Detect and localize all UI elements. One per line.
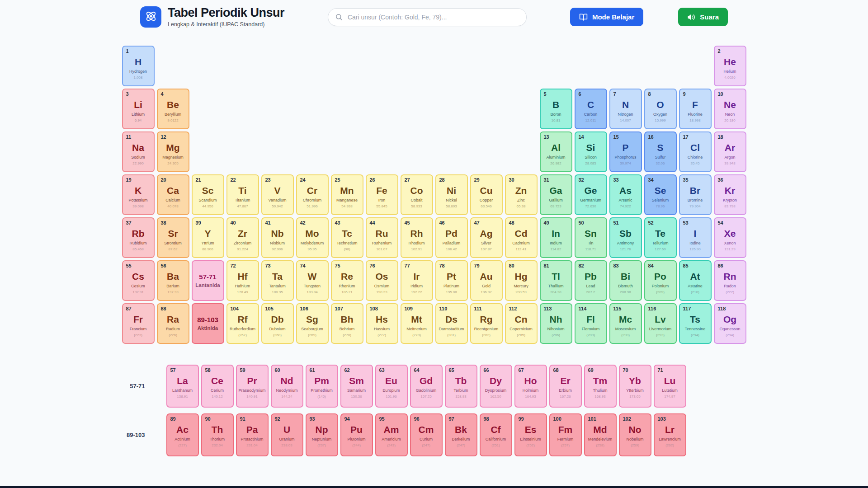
element-tile-Tc[interactable]: 43TcTechnetium(98) <box>331 217 363 258</box>
element-tile-Lr[interactable]: 103LrLawrencium(262) <box>654 413 686 456</box>
element-tile-Es[interactable]: 99EsEinsteinium(252) <box>514 413 547 456</box>
element-tile-Kr[interactable]: 36KrKrypton83.798 <box>714 174 746 215</box>
element-tile-Sn[interactable]: 50SnTin118.71 <box>575 217 607 258</box>
element-tile-Po[interactable]: 84PoPolonium(209) <box>644 260 677 301</box>
element-tile-Fm[interactable]: 100FmFermium(257) <box>549 413 582 456</box>
element-tile-Au[interactable]: 79AuGold196.97 <box>470 260 503 301</box>
element-tile-Ti[interactable]: 22TiTitanium47.867 <box>226 174 259 215</box>
element-tile-Fe[interactable]: 26FeIron55.845 <box>366 174 398 215</box>
element-tile-Gd[interactable]: 64GdGadolinium157.25 <box>410 365 443 408</box>
element-tile-Te[interactable]: 52TeTellurium127.60 <box>644 217 677 258</box>
element-tile-Pt[interactable]: 78PtPlatinum195.08 <box>435 260 468 301</box>
element-tile-In[interactable]: 49InIndium114.82 <box>540 217 572 258</box>
element-tile-Rn[interactable]: 86RnRadon(222) <box>714 260 746 301</box>
search-box[interactable] <box>328 8 527 26</box>
element-tile-Pa[interactable]: 91PaProtactinium231.04 <box>236 413 269 456</box>
element-tile-Mn[interactable]: 25MnManganese54.938 <box>331 174 363 215</box>
element-tile-Eu[interactable]: 63EuEuropium151.96 <box>375 365 408 408</box>
element-tile-Cs[interactable]: 55CsCesium132.91 <box>122 260 155 301</box>
element-tile-K[interactable]: 19KPotassium39.098 <box>122 174 155 215</box>
element-tile-Li[interactable]: 3LiLithium6.94 <box>122 89 155 129</box>
element-tile-Mg[interactable]: 12MgMagnesium24.305 <box>157 131 189 172</box>
element-tile-Bk[interactable]: 97BkBerkelium(247) <box>445 413 477 456</box>
element-tile-La[interactable]: 57LaLanthanum138.91 <box>166 365 199 408</box>
element-tile-Ce[interactable]: 58CeCerium140.12 <box>201 365 234 408</box>
element-tile-Be[interactable]: 4BeBeryllium9.0122 <box>157 89 189 129</box>
element-tile-Nd[interactable]: 60NdNeodymium144.24 <box>271 365 303 408</box>
element-tile-Cm[interactable]: 96CmCurium(247) <box>410 413 443 456</box>
element-tile-Tm[interactable]: 69TmThulium168.93 <box>584 365 617 408</box>
element-tile-Mc[interactable]: 115McMoscovium(290) <box>609 303 642 344</box>
element-tile-Ba[interactable]: 56BaBarium137.33 <box>157 260 189 301</box>
element-tile-P[interactable]: 15PPhosphorus30.974 <box>609 131 642 172</box>
element-tile-N[interactable]: 7NNitrogen14.007 <box>609 89 642 129</box>
element-tile-Lv[interactable]: 116LvLivermorium(293) <box>644 303 677 344</box>
element-tile-Pu[interactable]: 94PuPlutonium(244) <box>340 413 373 456</box>
element-tile-Fr[interactable]: 87FrFrancium(223) <box>122 303 155 344</box>
element-tile-Os[interactable]: 76OsOsmium190.23 <box>366 260 398 301</box>
element-tile-Pm[interactable]: 61PmPromethium(145) <box>306 365 338 408</box>
element-tile-Tb[interactable]: 65TbTerbium158.93 <box>445 365 477 408</box>
element-tile-V[interactable]: 23VVanadium50.942 <box>261 174 294 215</box>
element-tile-He[interactable]: 2HeHelium4.0026 <box>714 46 746 86</box>
element-tile-Ni[interactable]: 28NiNickel58.693 <box>435 174 468 215</box>
element-tile-B[interactable]: 5BBoron10.81 <box>540 89 572 129</box>
element-tile-Sg[interactable]: 106SgSeaborgium(269) <box>296 303 329 344</box>
element-tile-Na[interactable]: 11NaSodium22.990 <box>122 131 155 172</box>
element-tile-Bi[interactable]: 83BiBismuth208.98 <box>609 260 642 301</box>
element-tile-Np[interactable]: 93NpNeptunium(237) <box>306 413 338 456</box>
element-tile-Bh[interactable]: 107BhBohrium(270) <box>331 303 363 344</box>
element-tile-F[interactable]: 9FFluorine18.998 <box>679 89 712 129</box>
element-tile-O[interactable]: 8OOxygen15.999 <box>644 89 677 129</box>
element-tile-Yb[interactable]: 70YbYtterbium173.05 <box>619 365 651 408</box>
element-tile-U[interactable]: 92UUranium238.03 <box>271 413 303 456</box>
element-tile-At[interactable]: 85AtAstatine(210) <box>679 260 712 301</box>
element-tile-Pr[interactable]: 59PrPraseodymium140.91 <box>236 365 269 408</box>
element-tile-Cr[interactable]: 24CrChromium51.996 <box>296 174 329 215</box>
element-tile-Am[interactable]: 95AmAmericium(243) <box>375 413 408 456</box>
element-tile-Y[interactable]: 39YYttrium88.906 <box>192 217 224 258</box>
element-tile-Hs[interactable]: 108HsHassium(277) <box>366 303 398 344</box>
element-tile-Er[interactable]: 68ErErbium167.26 <box>549 365 582 408</box>
element-tile-Pb[interactable]: 82PbLead207.2 <box>575 260 607 301</box>
element-tile-Ge[interactable]: 32GeGermanium72.630 <box>575 174 607 215</box>
element-tile-Lu[interactable]: 71LuLutetium174.97 <box>654 365 686 408</box>
element-tile-Ho[interactable]: 67HoHolmium164.93 <box>514 365 547 408</box>
element-tile-Ar[interactable]: 18ArArgon39.948 <box>714 131 746 172</box>
element-tile-Ca[interactable]: 20CaCalcium40.078 <box>157 174 189 215</box>
element-tile-Ta[interactable]: 73TaTantalum180.95 <box>261 260 294 301</box>
element-tile-Hg[interactable]: 80HgMercury200.59 <box>505 260 538 301</box>
element-tile-Nb[interactable]: 41NbNiobium92.906 <box>261 217 294 258</box>
element-tile-Sm[interactable]: 62SmSamarium150.36 <box>340 365 373 408</box>
element-tile-Rb[interactable]: 37RbRubidium85.468 <box>122 217 155 258</box>
element-tile-I[interactable]: 53IIodine126.90 <box>679 217 712 258</box>
element-tile-As[interactable]: 33AsArsenic74.922 <box>609 174 642 215</box>
element-tile-Se[interactable]: 34SeSelenium78.96 <box>644 174 677 215</box>
element-tile-Al[interactable]: 13AlAluminium26.982 <box>540 131 572 172</box>
element-tile-Cu[interactable]: 29CuCopper63.546 <box>470 174 503 215</box>
element-tile-Co[interactable]: 27CoCobalt58.933 <box>401 174 433 215</box>
element-tile-Th[interactable]: 90ThThorium232.04 <box>201 413 234 456</box>
element-tile-Si[interactable]: 14SiSilicon28.085 <box>575 131 607 172</box>
suara-button[interactable]: Suara <box>678 8 728 26</box>
element-tile-Hf[interactable]: 72HfHafnium178.49 <box>226 260 259 301</box>
element-tile-Og[interactable]: 118OgOganesson(294) <box>714 303 746 344</box>
element-tile-Ts[interactable]: 117TsTennessine(294) <box>679 303 712 344</box>
element-tile-Mt[interactable]: 109MtMeitnerium(278) <box>401 303 433 344</box>
element-tile-Xe[interactable]: 54XeXenon131.29 <box>714 217 746 258</box>
element-tile-Ru[interactable]: 44RuRuthenium101.07 <box>366 217 398 258</box>
element-tile-Br[interactable]: 35BrBromine79.904 <box>679 174 712 215</box>
element-tile-Db[interactable]: 105DbDubnium(268) <box>261 303 294 344</box>
element-tile-Pd[interactable]: 46PdPalladium106.42 <box>435 217 468 258</box>
element-tile-Tl[interactable]: 81TlThallium204.38 <box>540 260 572 301</box>
element-tile-Zr[interactable]: 40ZrZirconium91.224 <box>226 217 259 258</box>
element-tile-Sc[interactable]: 21ScScandium44.956 <box>192 174 224 215</box>
element-tile-Rh[interactable]: 45RhRhodium102.91 <box>401 217 433 258</box>
element-tile-Ag[interactable]: 47AgSilver107.87 <box>470 217 503 258</box>
element-tile-S[interactable]: 16SSulfur32.06 <box>644 131 677 172</box>
element-tile-Ds[interactable]: 110DsDarmstadtium(281) <box>435 303 468 344</box>
element-tile-H[interactable]: 1HHydrogen1.008 <box>122 46 155 86</box>
element-tile-Mo[interactable]: 42MoMolybdenum95.95 <box>296 217 329 258</box>
element-tile-Cn[interactable]: 112CnCopernicium(285) <box>505 303 538 344</box>
element-tile-Cf[interactable]: 98CfCalifornium(251) <box>480 413 512 456</box>
